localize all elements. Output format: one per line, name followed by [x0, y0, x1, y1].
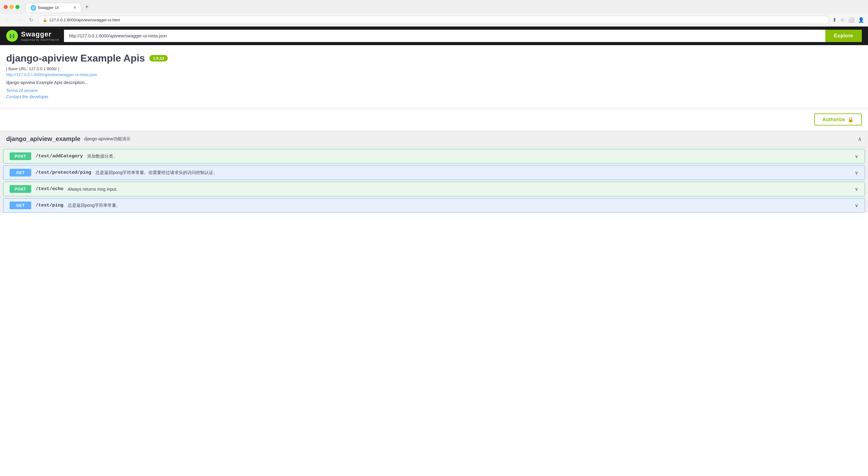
- swagger-logo: {-} Swagger Supported by SMARTBEAR: [6, 30, 59, 42]
- swagger-brand-subtitle: Supported by SMARTBEAR: [21, 38, 59, 41]
- explore-button[interactable]: Explore: [825, 30, 862, 42]
- endpoint-summary-2: Always returns msg input.: [68, 187, 117, 192]
- api-group-header[interactable]: django_apiview_example django-apiview功能演…: [0, 131, 868, 147]
- swagger-logo-text: Swagger Supported by SMARTBEAR: [21, 30, 59, 41]
- traffic-light-yellow[interactable]: [9, 5, 13, 9]
- api-info-section: django-apiview Example Apis 1.0.13 [ Bas…: [0, 45, 868, 108]
- endpoint-chevron-2: ∨: [855, 186, 859, 192]
- tab-favicon: 🌐: [30, 5, 35, 10]
- endpoint-chevron-1: ∨: [855, 170, 859, 176]
- contact-developer-link[interactable]: Contact the developer: [6, 94, 862, 99]
- address-bar-url: 127.0.0.1:8000/apiview/swagger-ui.html: [49, 18, 120, 22]
- endpoint-path-1: /test/protected/ping: [35, 170, 91, 175]
- new-tab-button[interactable]: +: [83, 3, 91, 10]
- api-group-name: django_apiview_example: [6, 135, 81, 142]
- endpoint-chevron-3: ∨: [855, 202, 859, 208]
- api-group-description: django-apiview功能演示: [84, 136, 130, 142]
- api-title: django-apiview Example Apis: [6, 53, 145, 64]
- forward-button[interactable]: →: [16, 16, 24, 24]
- swagger-url-input[interactable]: [64, 30, 825, 42]
- tab-close-button[interactable]: ✕: [73, 5, 77, 10]
- authorize-section: Authorize 🔒: [0, 108, 868, 131]
- endpoint-path-2: /test/echo: [35, 186, 63, 192]
- browser-tab[interactable]: 🌐 Swagger UI ✕: [26, 3, 81, 12]
- browser-titlebar: 🌐 Swagger UI ✕ +: [0, 0, 868, 14]
- authorize-button-label: Authorize: [822, 117, 845, 122]
- lock-icon: 🔒: [43, 18, 47, 22]
- endpoint-path-0: /test/addCategory: [35, 154, 83, 159]
- split-view-icon[interactable]: ⬜: [848, 17, 855, 23]
- endpoint-summary-0: 添加数据分类。: [87, 154, 118, 159]
- api-links: Terms of service Contact the developer: [6, 88, 862, 99]
- reload-button[interactable]: ↻: [27, 16, 35, 24]
- profile-icon[interactable]: 👤: [858, 17, 864, 23]
- browser-toolbar: ← → ↻ 🔒 127.0.0.1:8000/apiview/swagger-u…: [0, 14, 868, 26]
- base-url: [ Base URL: 127.0.0.1:8000/ ]: [6, 66, 862, 71]
- swagger-brand-title: Swagger: [21, 30, 59, 38]
- endpoint-path-3: /test/ping: [35, 203, 63, 208]
- endpoint-row-0[interactable]: POST /test/addCategory 添加数据分类。 ∨: [3, 149, 865, 163]
- endpoint-chevron-0: ∨: [855, 153, 859, 159]
- api-title-row: django-apiview Example Apis 1.0.13: [6, 53, 862, 64]
- swagger-url-bar: Explore: [64, 30, 862, 42]
- method-badge-3: GET: [9, 201, 31, 209]
- endpoint-row-3[interactable]: GET /test/ping 总是返回pong字符串常量。 ∨: [3, 198, 865, 213]
- endpoint-summary-1: 总是返回pong字符串常量。但需要经过请求头的访问控制认证。: [95, 170, 218, 176]
- terms-of-service-link[interactable]: Terms of service: [6, 88, 862, 93]
- api-group-toggle-icon: ∧: [858, 136, 862, 142]
- endpoint-summary-3: 总是返回pong字符串常量。: [68, 203, 121, 208]
- address-bar[interactable]: 🔒 127.0.0.1:8000/apiview/swagger-ui.html: [38, 16, 829, 24]
- traffic-light-red[interactable]: [4, 5, 8, 9]
- tab-bar: 🌐 Swagger UI ✕ +: [26, 2, 864, 11]
- bookmark-icon[interactable]: ☆: [840, 17, 844, 23]
- swagger-header: {-} Swagger Supported by SMARTBEAR Explo…: [0, 27, 868, 45]
- api-description: django-apiview Example Apis description.…: [6, 80, 862, 85]
- endpoint-row-2[interactable]: POST /test/echo Always returns msg input…: [3, 182, 865, 196]
- method-badge-2: POST: [9, 185, 31, 193]
- api-group: django_apiview_example django-apiview功能演…: [0, 131, 868, 213]
- browser-actions: ⬆ ☆ ⬜ 👤: [833, 17, 864, 23]
- browser-chrome: 🌐 Swagger UI ✕ + ← → ↻ 🔒 127.0.0.1:8000/…: [0, 0, 868, 27]
- share-icon[interactable]: ⬆: [833, 17, 836, 23]
- tab-title: Swagger UI: [38, 5, 70, 10]
- method-badge-0: POST: [9, 152, 31, 160]
- endpoints-list: POST /test/addCategory 添加数据分类。 ∨ GET /te…: [0, 149, 868, 213]
- traffic-lights: [4, 5, 20, 9]
- api-meta-link[interactable]: http://127.0.0.1:8000/apiview/swagger-ui…: [6, 72, 862, 77]
- api-version-badge: 1.0.13: [149, 55, 168, 62]
- method-badge-1: GET: [9, 169, 31, 177]
- lock-icon: 🔒: [847, 117, 854, 122]
- back-button[interactable]: ←: [4, 16, 12, 24]
- authorize-button[interactable]: Authorize 🔒: [814, 114, 862, 126]
- endpoint-row-1[interactable]: GET /test/protected/ping 总是返回pong字符串常量。但…: [3, 165, 865, 180]
- traffic-light-green[interactable]: [16, 5, 20, 9]
- swagger-logo-icon: {-}: [6, 30, 18, 42]
